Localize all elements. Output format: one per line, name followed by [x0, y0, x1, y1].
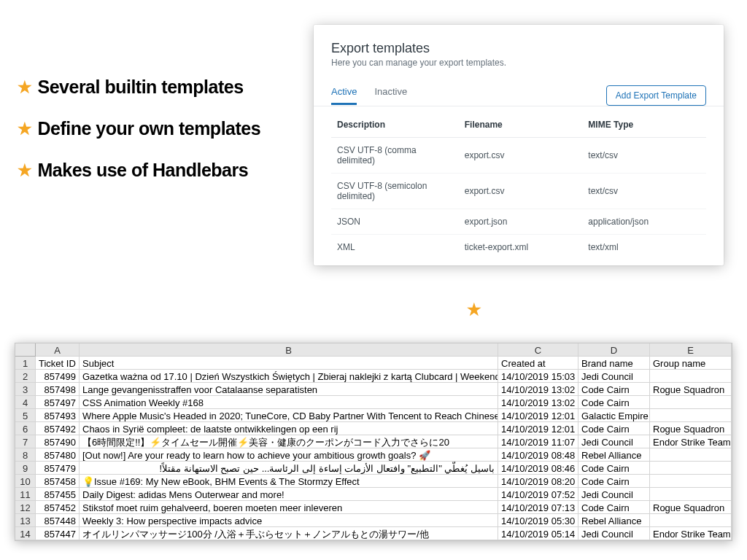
cell[interactable]: 14/10/2019 13:02 — [498, 396, 578, 409]
row-header[interactable]: 5 — [15, 409, 36, 422]
cell[interactable] — [650, 370, 732, 383]
table-row[interactable]: CSV UTF-8 (semicolon delimited)export.cs… — [331, 174, 706, 209]
cell[interactable]: 【6時間限定!!】⚡タイムセール開催⚡美容・健康のクーポンがコード入力でさらに2… — [80, 435, 498, 448]
row-header[interactable]: 1 — [15, 357, 36, 370]
cell[interactable]: 14/10/2019 08:48 — [498, 448, 578, 462]
cell[interactable]: [Out now!] Are your ready to learn how t… — [80, 448, 498, 462]
cell[interactable]: Weekly 3: How perspective impacts advice — [80, 514, 498, 527]
cell[interactable]: 14/10/2019 05:30 — [498, 514, 578, 527]
row-header[interactable]: 11 — [15, 488, 36, 501]
cell[interactable]: 857455 — [36, 488, 80, 501]
cell[interactable]: 14/10/2019 12:01 — [498, 422, 578, 435]
cell[interactable]: オイルリンパマッサージ100分 /入浴＋手ぶらセット＋ノンアルもとの湯サワー/他 — [80, 527, 498, 540]
cell[interactable]: Created at — [498, 357, 578, 370]
col-header[interactable]: D — [578, 343, 650, 357]
row-header[interactable]: 7 — [15, 435, 36, 448]
cell[interactable]: Endor Strike Team — [650, 527, 732, 540]
cell[interactable]: 857452 — [36, 501, 80, 514]
cell[interactable]: 857490 — [36, 435, 80, 448]
cell[interactable]: 14/10/2019 13:02 — [498, 383, 578, 396]
cell[interactable]: 14/10/2019 12:01 — [498, 409, 578, 422]
col-header[interactable]: E — [650, 343, 732, 357]
export-templates-card: Export templates Here you can manage you… — [314, 25, 724, 265]
cell[interactable]: Daily Digest: adidas Mens Outerwear and … — [80, 488, 498, 501]
row-header[interactable]: 8 — [15, 448, 36, 462]
cell[interactable] — [650, 488, 732, 501]
cell[interactable]: Rogue Squadron — [650, 422, 732, 435]
cell[interactable] — [650, 409, 732, 422]
cell[interactable]: Rebel Alliance — [578, 514, 650, 527]
row-header[interactable]: 12 — [15, 501, 36, 514]
cell[interactable]: Gazetka ważna od 17.10 | Dzień Wszystkic… — [80, 370, 498, 383]
cell[interactable]: Stikstof moet ruim gehalveerd, boeren mo… — [80, 501, 498, 514]
cell[interactable]: 857499 — [36, 370, 80, 383]
table-row[interactable]: CSV UTF-8 (comma delimited)export.csvtex… — [331, 138, 706, 174]
cell[interactable] — [650, 448, 732, 462]
cell[interactable]: Code Cairn — [578, 462, 650, 475]
cell[interactable]: Code Cairn — [578, 475, 650, 488]
cell[interactable]: Galactic Empire — [578, 409, 650, 422]
cell[interactable]: باسيل يُغطّي "التطبيع" وافتعال الأزمات إ… — [80, 462, 498, 475]
row-header[interactable]: 3 — [15, 383, 36, 396]
col-header[interactable]: A — [36, 343, 80, 357]
tab-inactive[interactable]: Inactive — [374, 86, 407, 105]
cell[interactable]: Ticket ID — [36, 357, 80, 370]
table-row: 11857455Daily Digest: adidas Mens Outerw… — [15, 488, 732, 501]
col-header[interactable]: B — [80, 343, 498, 357]
add-export-template-button[interactable]: Add Export Template — [606, 85, 706, 106]
cell[interactable] — [650, 475, 732, 488]
table-row: 10857458💡Issue #169: My New eBook, BHM E… — [15, 475, 732, 488]
table-row[interactable]: XMLticket-export.xmltext/xml — [331, 235, 706, 260]
cell[interactable]: Jedi Council — [578, 488, 650, 501]
cell[interactable]: Code Cairn — [578, 501, 650, 514]
row-header[interactable]: 10 — [15, 475, 36, 488]
cell[interactable]: 14/10/2019 08:46 — [498, 462, 578, 475]
cell[interactable]: Brand name — [578, 357, 650, 370]
table-row[interactable]: JSONexport.jsonapplication/json — [331, 209, 706, 235]
corner-cell[interactable] — [15, 343, 36, 357]
cell[interactable]: Chaos in Syrië compleet: de laatste ontw… — [80, 422, 498, 435]
cell[interactable]: Code Cairn — [578, 383, 650, 396]
cell[interactable]: Jedi Council — [578, 527, 650, 540]
cell[interactable]: 14/10/2019 15:03 — [498, 370, 578, 383]
cell[interactable]: 857479 — [36, 462, 80, 475]
cell[interactable]: 14/10/2019 07:52 — [498, 488, 578, 501]
row-header[interactable]: 4 — [15, 396, 36, 409]
cell[interactable]: 857492 — [36, 422, 80, 435]
cell[interactable]: 857497 — [36, 396, 80, 409]
cell[interactable]: 857493 — [36, 409, 80, 422]
cell[interactable] — [650, 462, 732, 475]
cell[interactable]: Jedi Council — [578, 435, 650, 448]
cell[interactable]: Subject — [80, 357, 498, 370]
cell[interactable]: Code Cairn — [578, 396, 650, 409]
row-header[interactable]: 9 — [15, 462, 36, 475]
col-header[interactable]: C — [498, 343, 578, 357]
cell[interactable] — [650, 396, 732, 409]
cell[interactable] — [650, 514, 732, 527]
row-header[interactable]: 6 — [15, 422, 36, 435]
cell[interactable]: Lange gevangenisstraffen voor Catalaanse… — [80, 383, 498, 396]
cell[interactable]: Rogue Squadron — [650, 501, 732, 514]
cell[interactable]: Jedi Council — [578, 370, 650, 383]
cell[interactable]: 14/10/2019 08:20 — [498, 475, 578, 488]
cell[interactable]: 💡Issue #169: My New eBook, BHM Events & … — [80, 475, 498, 488]
cell[interactable]: CSS Animation Weekly #168 — [80, 396, 498, 409]
cell[interactable]: 14/10/2019 05:14 — [498, 527, 578, 540]
cell[interactable]: 857458 — [36, 475, 80, 488]
cell[interactable]: Endor Strike Team — [650, 435, 732, 448]
cell[interactable]: 857480 — [36, 448, 80, 462]
tab-active[interactable]: Active — [331, 86, 357, 105]
row-header[interactable]: 13 — [15, 514, 36, 527]
row-header[interactable]: 2 — [15, 370, 36, 383]
cell[interactable]: 857447 — [36, 527, 80, 540]
row-header[interactable]: 14 — [15, 527, 36, 540]
cell[interactable]: Code Cairn — [578, 422, 650, 435]
cell[interactable]: Group name — [650, 357, 732, 370]
cell[interactable]: Rogue Squadron — [650, 383, 732, 396]
cell[interactable]: 857448 — [36, 514, 80, 527]
cell[interactable]: Where Apple Music's Headed in 2020; Tune… — [80, 409, 498, 422]
cell[interactable]: 857498 — [36, 383, 80, 396]
cell[interactable]: 14/10/2019 11:07 — [498, 435, 578, 448]
cell[interactable]: 14/10/2019 07:13 — [498, 501, 578, 514]
cell[interactable]: Rebel Alliance — [578, 448, 650, 462]
